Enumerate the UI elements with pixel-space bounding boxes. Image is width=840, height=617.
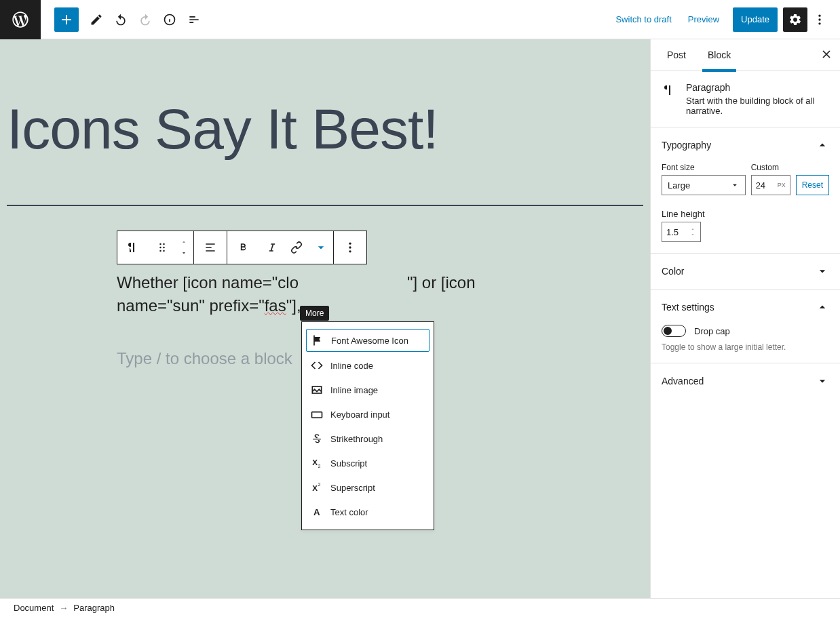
dropdown-item-keyboard[interactable]: Keyboard input — [302, 402, 434, 426]
typography-panel: Typography Font size Large Cus — [651, 127, 840, 254]
svg-point-13 — [349, 246, 351, 248]
settings-button[interactable] — [783, 7, 807, 32]
flag-icon — [311, 334, 324, 347]
svg-text:2: 2 — [318, 482, 321, 487]
dropdown-label: Text color — [330, 507, 368, 517]
block-description: Start with the building block of all nar… — [686, 96, 829, 116]
code-icon — [310, 359, 324, 372]
italic-button[interactable] — [260, 231, 284, 264]
top-toolbar: Switch to draft Preview Update — [0, 0, 840, 39]
text-settings-panel: Text settings Drop cap Toggle to show a … — [651, 290, 840, 363]
dropdown-item-inline-code[interactable]: Inline code — [302, 353, 434, 378]
line-height-input[interactable]: 1.5 — [662, 222, 701, 242]
formatting-dropdown: Font Awesome Icon Inline code Inline ima… — [301, 321, 434, 530]
keyboard-icon — [310, 407, 324, 421]
breadcrumb-current[interactable]: Paragraph — [73, 603, 115, 613]
paragraph-text: "], — [286, 296, 301, 315]
switch-to-draft-button[interactable]: Switch to draft — [607, 7, 679, 32]
input-value: 1.5 — [666, 227, 679, 237]
block-type-button[interactable] — [117, 231, 150, 264]
svg-text:2: 2 — [318, 464, 321, 469]
image-icon — [310, 383, 324, 397]
block-toolbar — [117, 231, 367, 264]
chevron-down-icon — [730, 180, 740, 190]
tab-block[interactable]: Block — [702, 39, 736, 71]
dropdown-item-strikethrough[interactable]: Strikethrough — [302, 426, 434, 451]
editor-canvas[interactable]: Icons Say It Best! — [0, 39, 650, 598]
block-options-button[interactable] — [334, 231, 366, 264]
update-button[interactable]: Update — [733, 7, 778, 32]
close-sidebar-button[interactable] — [820, 47, 833, 61]
svg-text:X: X — [312, 483, 318, 492]
advanced-panel-toggle[interactable]: Advanced — [662, 374, 829, 388]
svg-point-4 — [818, 18, 820, 20]
tab-post[interactable]: Post — [662, 39, 691, 71]
outline-button[interactable] — [182, 7, 206, 32]
svg-text:X: X — [312, 458, 318, 466]
stepper-up-icon[interactable] — [689, 226, 696, 232]
chevron-down-icon — [816, 264, 829, 278]
dropdown-label: Inline image — [330, 385, 378, 395]
more-options-button[interactable] — [807, 7, 832, 32]
custom-size-input[interactable]: 24 PX — [751, 175, 790, 195]
stepper-down-icon[interactable] — [689, 232, 696, 237]
drag-handle[interactable] — [150, 231, 174, 264]
custom-size-label: Custom — [751, 163, 790, 172]
add-block-button[interactable] — [54, 7, 79, 32]
info-button[interactable] — [157, 7, 182, 32]
edit-mode-button[interactable] — [84, 7, 109, 32]
superscript-icon: X2 — [310, 481, 324, 494]
text-settings-panel-toggle[interactable]: Text settings — [662, 300, 829, 314]
svg-point-10 — [159, 250, 161, 252]
svg-point-12 — [349, 243, 351, 245]
settings-sidebar: Post Block Paragraph Start with the buil… — [650, 39, 840, 598]
breadcrumb-root[interactable]: Document — [14, 603, 54, 613]
redo-button[interactable] — [133, 7, 157, 32]
move-up-button[interactable] — [174, 237, 193, 247]
select-value: Large — [668, 180, 690, 191]
svg-point-8 — [159, 247, 161, 249]
chevron-down-icon — [816, 374, 829, 388]
helper-text: Toggle to show a large initial letter. — [662, 342, 829, 352]
more-formatting-button[interactable] — [309, 231, 333, 264]
move-down-button[interactable] — [174, 247, 193, 258]
bold-button[interactable] — [227, 231, 260, 264]
dropdown-item-font-awesome[interactable]: Font Awesome Icon — [306, 329, 429, 352]
svg-point-11 — [163, 250, 165, 252]
font-size-select[interactable]: Large — [662, 175, 746, 195]
strikethrough-icon — [310, 432, 324, 445]
input-value: 24 — [756, 180, 765, 191]
dropdown-label: Subscript — [330, 458, 367, 469]
dropdown-item-subscript[interactable]: X2 Subscript — [302, 451, 434, 475]
wordpress-logo[interactable] — [0, 0, 41, 39]
undo-button[interactable] — [109, 7, 133, 32]
svg-text:A: A — [313, 507, 320, 517]
link-button[interactable] — [284, 231, 309, 264]
align-button[interactable] — [194, 231, 227, 264]
block-info-panel: Paragraph Start with the building block … — [651, 71, 840, 127]
subscript-icon: X2 — [310, 456, 324, 470]
dropdown-label: Inline code — [330, 361, 373, 371]
typography-panel-toggle[interactable]: Typography — [662, 138, 829, 152]
post-title[interactable]: Icons Say It Best! — [7, 100, 650, 157]
reset-font-size-button[interactable]: Reset — [796, 175, 829, 195]
paragraph-icon — [662, 82, 678, 98]
dropdown-item-inline-image[interactable]: Inline image — [302, 378, 434, 402]
dropdown-label: Font Awesome Icon — [331, 336, 408, 346]
paragraph-text: Whether [icon name="clo — [117, 273, 299, 292]
preview-button[interactable]: Preview — [680, 7, 727, 32]
color-panel-toggle[interactable]: Color — [662, 264, 829, 278]
drop-cap-toggle[interactable] — [662, 325, 686, 337]
font-size-label: Font size — [662, 163, 746, 172]
spellcheck-word: fas — [265, 296, 286, 315]
color-panel: Color — [651, 254, 840, 290]
svg-point-5 — [818, 22, 820, 24]
dropdown-label: Keyboard input — [330, 410, 389, 420]
block-title: Paragraph — [686, 82, 829, 93]
dropdown-label: Superscript — [330, 483, 375, 493]
dropdown-item-text-color[interactable]: A Text color — [302, 500, 434, 524]
svg-rect-16 — [312, 412, 322, 418]
toggle-label: Drop cap — [694, 326, 730, 336]
dropdown-label: Strikethrough — [330, 434, 383, 444]
dropdown-item-superscript[interactable]: X2 Superscript — [302, 475, 434, 500]
